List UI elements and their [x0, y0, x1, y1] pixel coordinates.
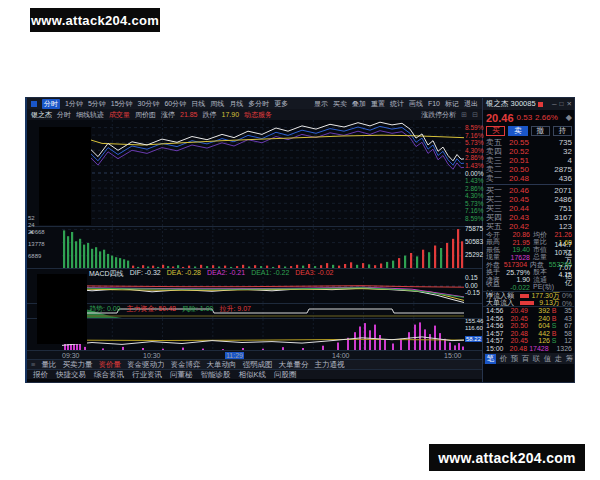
bid-price: 20.44: [503, 204, 529, 213]
macd-y-axis: 0.150.00-0.15: [464, 276, 482, 303]
macd-chart-svg[interactable]: [62, 277, 464, 304]
histogram-chart-svg[interactable]: [62, 319, 464, 351]
time-tick: 09:30: [62, 352, 80, 359]
inflow-bar: [520, 301, 534, 305]
quick-trade-buttons: 买 卖 撤 持: [483, 125, 575, 137]
tab-maimaililiang[interactable]: 买卖力量: [62, 360, 92, 370]
volume-left-tick: 20668: [28, 229, 45, 235]
time-axis: 09:30 10:30 11:29 14:00 15:00: [27, 350, 482, 359]
last-price: 20.46: [486, 112, 514, 124]
time-tick-crosshair: 11:29: [225, 352, 244, 359]
quote-tab[interactable]: 走: [555, 354, 563, 364]
histogram-current-value: 58.22: [465, 336, 482, 342]
price-axis-tick: 8.59%: [465, 215, 483, 222]
price-axis-tick: 8.59%: [465, 124, 483, 131]
ask-volume: 735: [529, 138, 572, 147]
intraday-price-panel[interactable]: 52 24: [27, 120, 482, 226]
price-change: 0.53: [517, 113, 533, 122]
price-axis-tick: 1.43%: [465, 162, 483, 169]
trend-indicator-panel[interactable]: 趋势: 0.00 主力资金: 50.48 风险: 1.00 拉升: 9.07: [27, 303, 482, 318]
bid-price: 20.43: [503, 213, 529, 222]
volume-panel[interactable]: ◄20668 13778 6889: [27, 226, 482, 268]
quote-tab[interactable]: 值: [544, 354, 552, 364]
quote-tab[interactable]: 预: [511, 354, 519, 364]
ask-volume: 32: [529, 147, 572, 156]
sell-button[interactable]: 卖: [508, 126, 527, 136]
macd-axis-tick: -0.15: [465, 289, 480, 296]
close-icon[interactable]: ✕: [567, 100, 572, 108]
price-axis-tick: 4.30%: [465, 147, 483, 154]
macd-panel[interactable]: MACD四线 DIF: -0.32 DEA: -0.28 DEA2: -0.21…: [27, 268, 482, 303]
bid-volume: 3167: [529, 213, 572, 222]
macd-dif-value: DIF: -0.32: [130, 269, 161, 277]
ask-price: 20.55: [503, 138, 529, 147]
volume-chart-svg[interactable]: [62, 227, 464, 269]
quote-stock-title: 银之杰 300085: [486, 99, 536, 109]
quote-tab[interactable]: 百: [522, 354, 530, 364]
trading-app-window: 分时 1分钟 5分钟 15分钟 30分钟 60分钟 日线 周线 月线 多分时 更…: [25, 97, 575, 383]
tab-zijinboyi[interactable]: 资金博弈: [170, 360, 200, 370]
price-chart-svg[interactable]: [62, 120, 464, 226]
price-axis-fragment: 24: [28, 222, 35, 228]
watermark-top: www.attack204.com: [30, 8, 160, 32]
macd-label-row: MACD四线 DIF: -0.32 DEA: -0.28 DEA2: -0.21…: [89, 269, 333, 277]
price-y-axis: 8.59%7.16%5.73%4.30%2.86%1.43%0.00%1.43%…: [464, 120, 482, 226]
price-axis-tick: 5.73%: [465, 139, 483, 146]
info-tab-bar: 报价 快捷交易 综合资讯 行业资讯 问董秘 智能诊股 相似K线 问股圈: [27, 369, 482, 379]
volume-axis-tick: 75875: [465, 225, 483, 232]
quote-panel-header: 银之杰 300085 ─ □ ✕: [483, 98, 575, 110]
quote-panel-tab-bar: 笔 价 预 百 联 值 走 筹: [483, 353, 575, 364]
tab-zijialiang-selected[interactable]: 资价量: [98, 360, 121, 370]
main-funds-value: 主力资金: 50.48: [127, 304, 176, 312]
stock-stats: 今开20.86均价21.26 最高21.95量比1.68 最低19.40市值14…: [483, 231, 575, 291]
minimize-icon[interactable]: ─: [552, 100, 557, 108]
bid-price: 20.42: [503, 222, 529, 231]
menu-icon[interactable]: ≡: [31, 360, 35, 369]
tab-baojia[interactable]: 报价: [33, 370, 48, 380]
position-button[interactable]: 持: [553, 126, 572, 136]
tab-zonghezixun[interactable]: 综合资讯: [94, 370, 124, 380]
cancel-button[interactable]: 撤: [531, 126, 550, 136]
ask-row[interactable]: 卖一20.48436: [486, 174, 572, 183]
time-tick: 14:00: [332, 352, 350, 359]
money-flow-histogram-panel[interactable]: [27, 318, 482, 350]
last-price-row: 20.46 0.53 2.66% ◆: [483, 110, 575, 125]
quote-tab[interactable]: 筹: [566, 354, 574, 364]
tab-hangyezixun[interactable]: 行业资讯: [132, 370, 162, 380]
bid-price: 20.45: [503, 195, 529, 204]
tab-dadanliangfen[interactable]: 大单量分: [278, 360, 308, 370]
tab-qiangruochengtu[interactable]: 强弱成图: [242, 360, 272, 370]
time-tick: 10:30: [143, 352, 161, 359]
price-change-pct: 2.66%: [535, 113, 558, 122]
ask-volume: 436: [529, 174, 572, 183]
bid-volume: 2071: [529, 186, 572, 195]
tab-xiangsikxian[interactable]: 相似K线: [239, 370, 267, 380]
tab-dadandongxiang[interactable]: 大单动向: [206, 360, 236, 370]
trend-label-row: 趋势: 0.00 主力资金: 50.48 风险: 1.00 拉升: 9.07: [89, 304, 251, 312]
tab-kuaijiejiaoyi[interactable]: 快捷交易: [56, 370, 86, 380]
volume-axis-tick: 50583: [465, 238, 483, 245]
maximize-icon[interactable]: □: [560, 100, 564, 108]
macd-dea-value: DEA: -0.28: [167, 269, 201, 277]
price-axis-tick: 7.16%: [465, 207, 483, 214]
pullup-value: 拉升: 9.07: [219, 304, 251, 312]
macd-dea3-value: DEA3: -0.02: [295, 269, 333, 277]
quote-tab[interactable]: 笔: [485, 354, 497, 364]
watermark-text: www.attack204.com: [438, 450, 576, 466]
tab-zhulitongshi[interactable]: 主力通视: [314, 360, 344, 370]
tab-zijinqudongli[interactable]: 资金驱动力: [127, 360, 165, 370]
quote-panel: 银之杰 300085 ─ □ ✕ 20.46 0.53 2.66% ◆ 买 卖 …: [482, 98, 575, 382]
tab-wenguquan[interactable]: 问股圈: [274, 370, 297, 380]
buy-button[interactable]: 买: [486, 126, 505, 136]
macd-dea1-value: DEA1: -0.22: [251, 269, 289, 277]
histogram-axis-tick: 116.60: [465, 325, 483, 331]
macd-axis-tick: 0.15: [465, 274, 478, 281]
macd-dea2-value: DEA2: -0.21: [207, 269, 245, 277]
tab-wendongmi[interactable]: 问董秘: [170, 370, 193, 380]
tab-liangbi[interactable]: 量比: [41, 360, 56, 370]
quote-tab[interactable]: 联: [533, 354, 541, 364]
diamond-icon[interactable]: ◆: [566, 113, 572, 122]
quote-tab[interactable]: 价: [500, 354, 508, 364]
tab-zhinengzhengu[interactable]: 智能诊股: [201, 370, 231, 380]
ask-label: 卖一: [486, 173, 503, 184]
